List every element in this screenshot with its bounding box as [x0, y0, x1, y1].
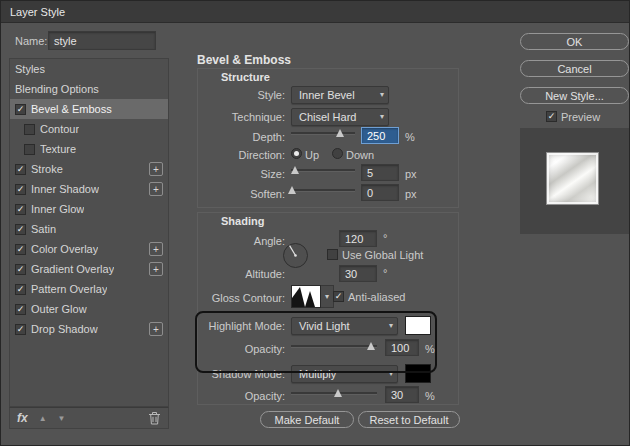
- sidebar-item-drop-shadow[interactable]: ✓Drop Shadow+: [10, 319, 168, 339]
- slider-track: [291, 132, 355, 134]
- highlight-mode-label: Highlight Mode:: [197, 320, 285, 332]
- highlight-mode-dropdown[interactable]: Vivid Light ▾: [291, 317, 398, 335]
- soften-slider[interactable]: [291, 184, 355, 196]
- sidebar-item-stroke[interactable]: ✓Stroke+: [10, 159, 168, 179]
- use-global-light-label: Use Global Light: [342, 249, 423, 261]
- sidebar-item-blending-options[interactable]: Blending Options: [10, 79, 168, 99]
- sidebar-item-styles[interactable]: Styles: [10, 59, 168, 79]
- sidebar-item-bevel-emboss[interactable]: ✓Bevel & Emboss: [10, 99, 168, 119]
- style-preview-thumbnail: [546, 152, 599, 205]
- layer-style-dialog: Layer Style Name: style Styles Blending …: [0, 0, 630, 446]
- depth-unit: %: [405, 131, 415, 143]
- move-effect-down-icon[interactable]: ▼: [58, 414, 66, 423]
- checkbox-checked-icon[interactable]: ✓: [15, 304, 26, 315]
- direction-label: Direction:: [197, 149, 285, 161]
- size-label: Size:: [197, 168, 285, 180]
- checkbox-unchecked-icon[interactable]: [24, 144, 35, 155]
- slider-track: [291, 169, 355, 171]
- sidebar-item-pattern-overlay[interactable]: ✓Pattern Overlay: [10, 279, 168, 299]
- make-default-button[interactable]: Make Default: [260, 411, 354, 428]
- shadow-opacity-slider[interactable]: [291, 387, 377, 399]
- add-effect-plus-icon[interactable]: +: [149, 162, 163, 176]
- size-slider[interactable]: [291, 164, 355, 176]
- preview-checkbox[interactable]: ✓: [546, 111, 557, 122]
- sidebar-item-texture[interactable]: Texture: [10, 139, 168, 159]
- gloss-contour-picker[interactable]: ▾: [291, 285, 334, 308]
- highlight-opacity-unit: %: [425, 343, 435, 355]
- titlebar[interactable]: Layer Style: [1, 1, 629, 23]
- altitude-label: Altitude:: [197, 268, 285, 280]
- direction-up-radio[interactable]: [291, 148, 302, 159]
- chevron-down-icon: ▾: [389, 369, 393, 378]
- cancel-button[interactable]: Cancel: [520, 60, 629, 77]
- slider-track: [291, 189, 355, 191]
- effects-list-footer: fx ▲ ▼: [9, 407, 169, 429]
- slider-thumb-icon[interactable]: [367, 342, 375, 350]
- sidebar-item-contour[interactable]: Contour: [10, 119, 168, 139]
- shadow-opacity-input[interactable]: 30: [385, 386, 419, 403]
- name-label: Name:: [15, 35, 47, 47]
- shadow-opacity-label: Opacity:: [197, 390, 285, 402]
- slider-thumb-icon[interactable]: [336, 129, 344, 137]
- checkbox-checked-icon[interactable]: ✓: [15, 224, 26, 235]
- shadow-opacity-unit: %: [425, 390, 435, 402]
- altitude-input[interactable]: 30: [339, 265, 377, 282]
- depth-input[interactable]: 250: [361, 127, 399, 144]
- add-effect-plus-icon[interactable]: +: [149, 242, 163, 256]
- slider-thumb-icon[interactable]: [291, 166, 299, 174]
- sidebar-item-gradient-overlay[interactable]: ✓Gradient Overlay+: [10, 259, 168, 279]
- sidebar-item-inner-glow[interactable]: ✓Inner Glow: [10, 199, 168, 219]
- checkbox-checked-icon[interactable]: ✓: [15, 164, 26, 175]
- sidebar-item-satin[interactable]: ✓Satin: [10, 219, 168, 239]
- slider-thumb-icon[interactable]: [334, 389, 342, 397]
- slider-track: [291, 345, 377, 347]
- effects-list: Styles Blending Options ✓Bevel & Emboss …: [9, 58, 169, 407]
- shadow-mode-label: Shadow Mode:: [197, 368, 285, 380]
- checkbox-unchecked-icon[interactable]: [24, 124, 35, 135]
- add-effect-plus-icon[interactable]: +: [149, 182, 163, 196]
- sidebar-item-color-overlay[interactable]: ✓Color Overlay+: [10, 239, 168, 259]
- checkbox-checked-icon[interactable]: ✓: [15, 204, 26, 215]
- delete-effect-trash-icon[interactable]: [148, 411, 161, 425]
- technique-dropdown[interactable]: Chisel Hard ▾: [291, 108, 389, 126]
- technique-label: Technique:: [197, 111, 285, 123]
- highlight-color-swatch[interactable]: [405, 316, 431, 335]
- checkbox-checked-icon[interactable]: ✓: [15, 284, 26, 295]
- sidebar-item-outer-glow[interactable]: ✓Outer Glow: [10, 299, 168, 319]
- sidebar-item-inner-shadow[interactable]: ✓Inner Shadow+: [10, 179, 168, 199]
- ok-button[interactable]: OK: [520, 33, 629, 50]
- checkbox-checked-icon[interactable]: ✓: [15, 264, 26, 275]
- checkbox-checked-icon[interactable]: ✓: [15, 324, 26, 335]
- reset-to-default-button[interactable]: Reset to Default: [358, 411, 460, 428]
- chevron-down-icon: ▾: [380, 112, 384, 121]
- direction-down-radio[interactable]: [332, 148, 343, 159]
- checkbox-checked-icon[interactable]: ✓: [15, 184, 26, 195]
- fx-icon: fx: [17, 411, 28, 425]
- name-input[interactable]: style: [48, 31, 156, 50]
- shadow-color-swatch[interactable]: [405, 364, 431, 383]
- shadow-mode-dropdown[interactable]: Multiply ▾: [291, 365, 398, 383]
- depth-slider[interactable]: [291, 127, 355, 139]
- angle-dial[interactable]: [282, 242, 309, 269]
- anti-aliased-checkbox[interactable]: ✓: [333, 291, 344, 302]
- add-effect-plus-icon[interactable]: +: [149, 262, 163, 276]
- structure-heading: Structure: [221, 71, 270, 83]
- use-global-light-checkbox[interactable]: [327, 249, 338, 260]
- checkbox-checked-icon[interactable]: ✓: [15, 244, 26, 255]
- size-input[interactable]: 5: [361, 164, 399, 181]
- contour-thumbnail[interactable]: [291, 285, 321, 308]
- checkbox-checked-icon[interactable]: ✓: [15, 104, 26, 115]
- angle-input[interactable]: 120: [339, 230, 377, 247]
- chevron-down-icon: ▾: [380, 90, 384, 99]
- new-style-button[interactable]: New Style...: [520, 87, 629, 104]
- add-effect-plus-icon[interactable]: +: [149, 322, 163, 336]
- highlight-opacity-slider[interactable]: [291, 340, 377, 352]
- soften-unit: px: [405, 188, 417, 200]
- slider-thumb-icon[interactable]: [288, 186, 296, 194]
- soften-input[interactable]: 0: [361, 184, 399, 201]
- move-effect-up-icon[interactable]: ▲: [39, 414, 47, 423]
- gloss-contour-label: Gloss Contour:: [197, 292, 285, 304]
- highlight-opacity-input[interactable]: 100: [385, 339, 419, 356]
- style-dropdown[interactable]: Inner Bevel ▾: [291, 86, 389, 104]
- chevron-down-icon: ▾: [389, 321, 393, 330]
